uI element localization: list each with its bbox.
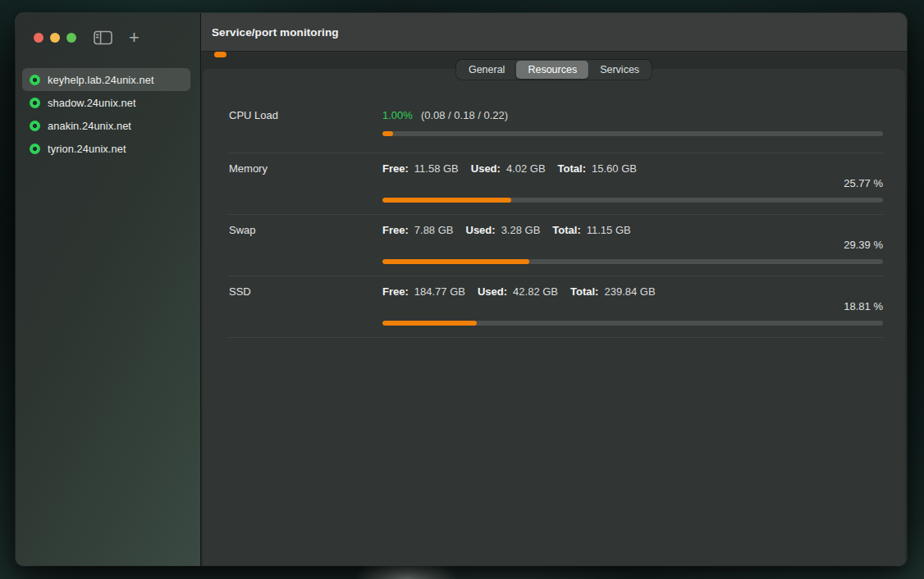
- free-group: Free:11.58 GB: [382, 162, 459, 175]
- page-title: Service/port monitoring: [212, 26, 339, 39]
- content-area: CPU Load1.00%(0.08 / 0.18 / 0.22)MemoryF…: [201, 52, 907, 566]
- total-group: Total:11.15 GB: [552, 224, 630, 236]
- resource-label: CPU Load: [229, 108, 382, 136]
- cpu-load-averages: (0.08 / 0.18 / 0.22): [421, 109, 508, 121]
- used-group: Used:42.82 GB: [478, 285, 558, 298]
- window-title-bar: Service/port monitoring: [201, 13, 907, 52]
- usage-percent: 18.81 %: [382, 299, 883, 314]
- sidebar-item-server[interactable]: shadow.24unix.net: [22, 91, 190, 114]
- sidebar-item-server[interactable]: tyrion.24unix.net: [22, 137, 190, 160]
- toggle-sidebar-icon[interactable]: [94, 30, 112, 45]
- resource-values: 1.00%(0.08 / 0.18 / 0.22): [382, 108, 883, 123]
- resource-row-memory: MemoryFree:11.58 GBUsed:4.02 GBTotal:15.…: [229, 153, 883, 215]
- resource-row-ssd: SSDFree:184.77 GBUsed:42.82 GBTotal:239.…: [229, 276, 883, 338]
- progress-sliver: [214, 52, 226, 57]
- total-value: 15.60 GB: [592, 162, 637, 175]
- free-group: Free:184.77 GB: [382, 285, 465, 298]
- used-label: Used:: [466, 224, 496, 236]
- free-group: Free:7.88 GB: [382, 224, 454, 236]
- cpu-load-value: 1.00%: [382, 109, 413, 121]
- resource-row-body: Free:11.58 GBUsed:4.02 GBTotal:15.60 GB2…: [382, 162, 883, 203]
- total-label: Total:: [558, 162, 586, 175]
- resource-label: Memory: [229, 162, 382, 203]
- tab-services[interactable]: Services: [588, 61, 651, 79]
- usage-progress-bar: [382, 259, 883, 264]
- usage-percent: 29.39 %: [382, 238, 883, 253]
- resource-rows: CPU Load1.00%(0.08 / 0.18 / 0.22)MemoryF…: [203, 69, 905, 338]
- server-name: keyhelp.lab.24unix.net: [48, 74, 154, 86]
- free-value: 184.77 GB: [414, 285, 465, 298]
- usage-progress-bar: [382, 198, 883, 203]
- server-status-online-icon: [30, 98, 40, 108]
- usage-progress-fill: [382, 259, 529, 264]
- usage-progress-bar: [382, 131, 883, 136]
- usage-progress-fill: [382, 321, 477, 326]
- zoom-button[interactable]: [66, 33, 76, 43]
- total-value: 239.84 GB: [604, 285, 655, 298]
- resource-values: Free:7.88 GBUsed:3.28 GBTotal:11.15 GB: [382, 223, 883, 238]
- total-value: 11.15 GB: [587, 224, 631, 236]
- total-label: Total:: [552, 224, 580, 236]
- total-label: Total:: [570, 285, 598, 298]
- free-label: Free:: [382, 162, 409, 175]
- sidebar-titlebar: +: [16, 28, 200, 48]
- used-value: 3.28 GB: [501, 224, 541, 236]
- server-name: anakin.24unix.net: [48, 120, 131, 132]
- used-value: 42.82 GB: [513, 285, 558, 298]
- free-label: Free:: [382, 224, 409, 236]
- resource-row-body: Free:7.88 GBUsed:3.28 GBTotal:11.15 GB29…: [382, 223, 883, 264]
- sidebar: + keyhelp.lab.24unix.netshadow.24unix.ne…: [16, 13, 201, 566]
- resource-row-body: 1.00%(0.08 / 0.18 / 0.22): [382, 108, 883, 136]
- usage-progress-fill: [382, 131, 393, 136]
- free-value: 7.88 GB: [414, 224, 454, 236]
- server-status-online-icon: [30, 121, 40, 131]
- usage-progress-bar: [382, 321, 883, 326]
- server-status-online-icon: [30, 144, 40, 154]
- used-label: Used:: [471, 162, 501, 175]
- total-group: Total:15.60 GB: [558, 162, 637, 175]
- add-server-button[interactable]: +: [129, 30, 140, 46]
- free-value: 11.58 GB: [414, 162, 459, 175]
- resource-label: SSD: [229, 285, 382, 326]
- used-group: Used:4.02 GB: [471, 162, 546, 175]
- sidebar-item-server[interactable]: keyhelp.lab.24unix.net: [22, 68, 190, 91]
- close-button[interactable]: [34, 33, 43, 43]
- sidebar-item-server[interactable]: anakin.24unix.net: [22, 114, 190, 137]
- tab-resources[interactable]: Resources: [516, 61, 588, 79]
- resource-label: Swap: [229, 223, 382, 264]
- desktop-wallpaper: + keyhelp.lab.24unix.netshadow.24unix.ne…: [0, 0, 924, 579]
- total-group: Total:239.84 GB: [570, 285, 656, 298]
- free-label: Free:: [382, 285, 409, 298]
- resource-row-cpu-load: CPU Load1.00%(0.08 / 0.18 / 0.22): [229, 90, 883, 153]
- server-list: keyhelp.lab.24unix.netshadow.24unix.neta…: [16, 68, 200, 160]
- tab-general[interactable]: General: [457, 61, 516, 79]
- usage-progress-fill: [382, 198, 511, 203]
- used-group: Used:3.28 GB: [466, 224, 541, 236]
- resource-row-body: Free:184.77 GBUsed:42.82 GBTotal:239.84 …: [382, 285, 883, 326]
- resource-values: Free:184.77 GBUsed:42.82 GBTotal:239.84 …: [382, 285, 883, 299]
- server-status-online-icon: [30, 75, 40, 85]
- app-window: + keyhelp.lab.24unix.netshadow.24unix.ne…: [16, 13, 907, 566]
- used-label: Used:: [478, 285, 507, 298]
- minimize-button[interactable]: [50, 33, 60, 43]
- resource-row-swap: SwapFree:7.88 GBUsed:3.28 GBTotal:11.15 …: [229, 215, 883, 276]
- resource-values: Free:11.58 GBUsed:4.02 GBTotal:15.60 GB: [382, 162, 883, 176]
- tab-bar: GeneralResourcesServices: [456, 60, 652, 80]
- usage-percent: 25.77 %: [382, 176, 883, 191]
- server-name: shadow.24unix.net: [48, 97, 136, 109]
- resources-panel: CPU Load1.00%(0.08 / 0.18 / 0.22)MemoryF…: [203, 69, 905, 566]
- traffic-lights: [34, 33, 76, 43]
- server-name: tyrion.24unix.net: [48, 143, 126, 155]
- used-value: 4.02 GB: [506, 162, 546, 175]
- main-pane: Service/port monitoring CPU Load1.00%(0.…: [201, 13, 907, 566]
